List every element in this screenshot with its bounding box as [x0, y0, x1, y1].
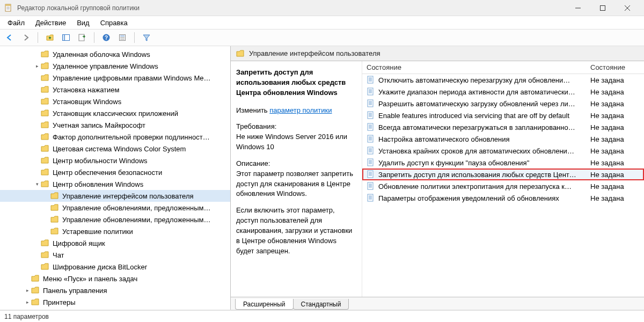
tree-item[interactable]: Управление обновлениями, предложенным… — [0, 202, 230, 214]
tree-item[interactable]: Чат — [0, 249, 230, 261]
tree-item[interactable]: Установщик Windows — [0, 96, 230, 107]
menu-action[interactable]: Действие — [30, 18, 71, 28]
back-button[interactable] — [3, 31, 16, 44]
detail-pane: Запретить доступ для использования любых… — [231, 61, 362, 297]
policy-row[interactable]: Отключить автоматическую перезагрузку дл… — [362, 74, 644, 86]
policy-state: Не задана — [590, 182, 640, 191]
policy-state: Не задана — [590, 159, 640, 167]
policy-state: Не задана — [590, 76, 640, 84]
titlebar: Редактор локальной групповой политики — [0, 0, 644, 16]
policy-row[interactable]: Параметры отображения уведомлений об обн… — [362, 192, 644, 204]
policy-row[interactable]: Запретить доступ для использования любых… — [362, 169, 644, 180]
folder-icon — [41, 121, 49, 129]
policy-icon — [367, 182, 375, 191]
chevron-right-icon[interactable]: ▸ — [24, 288, 31, 293]
menu-help[interactable]: Справка — [95, 18, 133, 28]
up-folder-button[interactable] — [43, 31, 56, 44]
policy-list[interactable]: Состояние Состояние Отключить автоматиче… — [362, 61, 644, 297]
policy-name: Удалить доступ к функции "пауза обновлен… — [378, 159, 590, 167]
tree-item[interactable]: Центр обеспечения безопасности — [0, 166, 230, 178]
policy-row[interactable]: Укажите диапазон периода активности для … — [362, 86, 644, 98]
tree-item[interactable]: Цифровой ящик — [0, 237, 230, 249]
folder-icon — [41, 239, 49, 247]
policy-icon — [367, 158, 375, 167]
tree-item[interactable]: Учетная запись Майкрософт — [0, 119, 230, 131]
tree-item-label: Цветовая система Windows Color System — [53, 145, 186, 153]
window-controls — [566, 0, 640, 16]
edit-policy-link[interactable]: параметр политики — [269, 106, 332, 114]
tree-item[interactable]: Шифрование диска BitLocker — [0, 261, 230, 273]
folder-icon — [41, 109, 49, 118]
tree-item-label: Шифрование диска BitLocker — [53, 263, 147, 271]
right-pane: Управление интерфейсом пользователя Запр… — [231, 46, 644, 310]
folder-icon — [41, 62, 49, 70]
menu-view[interactable]: Вид — [71, 18, 95, 28]
policy-row[interactable]: Удалить доступ к функции "пауза обновлен… — [362, 157, 644, 169]
chevron-right-icon[interactable]: ▸ — [24, 299, 31, 305]
folder-icon — [41, 251, 49, 259]
right-body: Запретить доступ для использования любых… — [231, 61, 644, 297]
filter-button[interactable] — [140, 31, 153, 44]
tree-item[interactable]: Установщик классических приложений — [0, 107, 230, 119]
tree-item[interactable]: Меню «Пуск» и панель задач — [0, 273, 230, 284]
tree-item[interactable]: ▸Удаленное управление Windows — [0, 60, 230, 72]
policy-row[interactable]: Enable features introduced via servicing… — [362, 109, 644, 121]
chevron-down-icon[interactable]: ▾ — [33, 181, 41, 187]
tree-item[interactable]: Фактор дополнительной проверки подлиннос… — [0, 131, 230, 143]
column-state-right[interactable]: Состояние — [590, 63, 640, 71]
forward-button[interactable] — [19, 31, 32, 44]
maximize-button[interactable] — [590, 0, 615, 16]
policy-row[interactable]: Всегда автоматически перезагружаться в з… — [362, 121, 644, 133]
chevron-right-icon[interactable]: ▸ — [33, 63, 41, 69]
tree-item[interactable]: Устаревшие политики — [0, 225, 230, 237]
main-area: Удаленная оболочка Windows▸Удаленное упр… — [0, 46, 644, 310]
folder-icon — [50, 192, 59, 200]
help-button[interactable]: ? — [100, 31, 113, 44]
right-header: Управление интерфейсом пользователя — [231, 46, 644, 61]
tree-item[interactable]: ▾Центр обновления Windows — [0, 178, 230, 190]
policy-state: Не задана — [590, 171, 640, 179]
tab-standard[interactable]: Стандартный — [293, 299, 349, 310]
tree-pane[interactable]: Удаленная оболочка Windows▸Удаленное упр… — [0, 46, 231, 310]
menu-file[interactable]: Файл — [2, 18, 30, 28]
export-list-button[interactable] — [76, 31, 89, 44]
tree-item[interactable]: Установка нажатием — [0, 84, 230, 96]
tree-item-label: Управление интерфейсом пользователя — [62, 192, 194, 200]
tree-item-label: Фактор дополнительной проверки подлиннос… — [53, 133, 210, 141]
list-header: Состояние Состояние — [362, 61, 644, 74]
requirements-block: Требования: Не ниже Windows Server 2016 … — [236, 122, 356, 152]
description-text-1: Этот параметр позволяет запретить доступ… — [236, 169, 356, 200]
svg-rect-11 — [79, 34, 84, 41]
policy-row[interactable]: Обновление политики электропитания для п… — [362, 180, 644, 192]
tree-item[interactable]: Управление обновлениями, предложенным… — [0, 214, 230, 225]
tree-item[interactable]: Управление интерфейсом пользователя — [0, 190, 230, 202]
close-button[interactable] — [615, 0, 640, 16]
tree-item[interactable]: Цветовая система Windows Color System — [0, 143, 230, 155]
toolbar: ? — [0, 29, 644, 46]
tree-item[interactable]: Центр мобильности Windows — [0, 155, 230, 166]
policy-row[interactable]: Разрешить автоматическую загрузку обновл… — [362, 98, 644, 109]
tree-item[interactable]: Управление цифровыми правами Windows Me… — [0, 72, 230, 84]
policy-row[interactable]: Установка крайних сроков для автоматичес… — [362, 145, 644, 157]
tree-item-label: Управление обновлениями, предложенным… — [62, 204, 210, 212]
folder-icon — [41, 85, 49, 94]
tree-item[interactable]: ▸Принтеры — [0, 296, 230, 308]
tree-item-label: Центр обновления Windows — [53, 180, 143, 188]
tree-item[interactable]: ▸Панель управления — [0, 284, 230, 296]
svg-text:?: ? — [105, 35, 108, 41]
tree-item-label: Установка нажатием — [53, 86, 120, 94]
tree-item-label: Удаленная оболочка Windows — [53, 50, 150, 58]
show-hide-tree-button[interactable] — [60, 31, 72, 44]
tree-item[interactable]: Удаленная оболочка Windows — [0, 48, 230, 60]
policy-state: Не задана — [590, 194, 640, 202]
policy-name: Установка крайних сроков для автоматичес… — [378, 147, 590, 155]
policy-icon — [367, 147, 375, 155]
column-state-left[interactable]: Состояние — [367, 63, 590, 71]
folder-icon — [41, 50, 49, 58]
tab-extended[interactable]: Расширенный — [235, 299, 294, 310]
policy-name: Enable features introduced via servicing… — [378, 112, 590, 120]
minimize-button[interactable] — [566, 0, 590, 16]
properties-button[interactable] — [116, 31, 129, 44]
folder-icon — [31, 298, 40, 306]
policy-row[interactable]: Настройка автоматического обновленияНе з… — [362, 133, 644, 145]
